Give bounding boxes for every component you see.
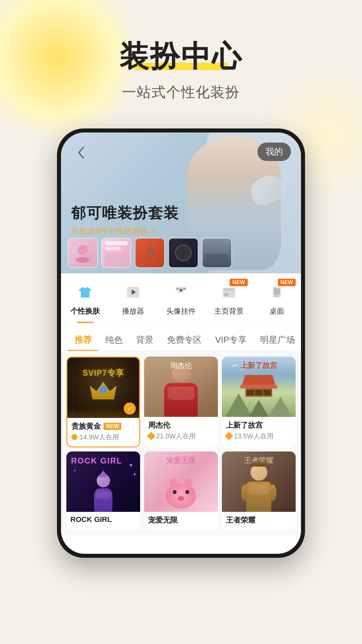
phone-wrapper: 我的 郁可唯装扮套装 共包含5件个性化内容 >	[0, 128, 362, 558]
category-item-home-bg[interactable]: NEW 主页背景	[205, 273, 253, 323]
rock-text: ROCK GIRL	[71, 456, 122, 466]
category-home-bg-label: 主页背景	[214, 306, 244, 316]
category-item-skin[interactable]: 个性换肤	[61, 273, 109, 323]
desktop-new-badge: NEW	[278, 279, 296, 286]
pet-bg: 宠爱无限	[144, 451, 218, 512]
grid-item-palace[interactable]: 上新了故宫 上新了故宫 13.5W人在用	[222, 357, 296, 447]
palace-thumbnail: 上新了故宫	[222, 357, 296, 417]
phone-screen: 我的 郁可唯装扮套装 共包含5件个性化内容 >	[61, 132, 301, 554]
filter-tab-vip[interactable]: VIP专享	[208, 330, 253, 351]
filter-tabs: 推荐 纯色 背景 免费专区 VIP专享 明星广场	[61, 323, 301, 351]
thumb-item-2[interactable]: 🎵	[135, 238, 165, 268]
thumb-item-3[interactable]	[168, 238, 198, 268]
bird-1	[232, 364, 238, 368]
jay-bg: 周杰伦	[144, 357, 218, 417]
palace-label-top: 上新了故宫	[240, 361, 277, 371]
kings-info: 王者荣耀	[222, 512, 296, 530]
category-item-desktop[interactable]: NEW 桌面	[253, 273, 301, 323]
thumb-item-4[interactable]	[202, 238, 232, 268]
header-section: 装扮中心 一站式个性化装扮	[0, 0, 362, 122]
svg-point-7	[180, 289, 182, 291]
pet-name: 宠爱无限	[148, 515, 214, 525]
coin-icon	[71, 434, 77, 440]
jay-thumbnail: 周杰伦	[144, 357, 218, 417]
content-grid: SVIP7专享 ✓	[61, 351, 301, 535]
diamond-icon-palace	[225, 432, 233, 440]
svip7-text: SVIP7专享	[82, 368, 124, 378]
filter-tab-free[interactable]: 免费专区	[160, 330, 208, 351]
filter-tab-recommend[interactable]: 推荐	[68, 330, 99, 351]
rock-info: ROCK GIRL	[66, 512, 140, 529]
pet-info: 宠爱无限	[144, 512, 218, 530]
category-item-player[interactable]: 播放器	[109, 273, 157, 323]
avatar-icon	[170, 281, 192, 303]
phone-content: 我的 郁可唯装扮套装 共包含5件个性化内容 >	[61, 132, 301, 554]
grid-item-kings[interactable]: 王者荣耀	[222, 451, 296, 530]
home-bg-new-badge: NEW	[230, 279, 247, 286]
diamond-icon-jay	[147, 432, 155, 440]
filter-tab-solid[interactable]: 纯色	[99, 330, 129, 351]
svg-rect-10	[224, 293, 228, 296]
jay-label-top: 周杰伦	[170, 361, 192, 371]
category-bar: 个性换肤 播放器	[61, 273, 301, 323]
thumb-pink-bg	[102, 238, 131, 267]
thumb-item-1[interactable]	[101, 238, 131, 268]
filter-tab-star[interactable]: 明星广场	[253, 330, 301, 351]
svg-point-13	[276, 296, 278, 297]
palace-bg: 上新了故宫	[222, 357, 296, 417]
palace-users: 13.5W人在用	[226, 432, 292, 441]
rock-name: ROCK GIRL	[70, 515, 136, 524]
svip7-users: 14.9W人在用	[71, 433, 135, 442]
page-title: 装扮中心	[119, 40, 243, 73]
category-desktop-label: 桌面	[269, 306, 284, 316]
category-skin-label: 个性换肤	[70, 306, 100, 316]
pet-thumbnail: 宠爱无限	[144, 451, 218, 512]
player-icon	[122, 281, 144, 303]
grid-item-rock[interactable]: ROCK GIRL	[66, 451, 140, 530]
svg-rect-12	[274, 288, 280, 295]
pet-label-top: 宠爱无限	[166, 455, 196, 466]
page-subtitle: 一站式个性化装扮	[0, 83, 362, 102]
thumbnail-strip: 🎵	[68, 238, 232, 268]
kings-name: 王者荣耀	[226, 515, 292, 525]
hero-text: 郁可唯装扮套装 共包含5件个性化内容 >	[71, 203, 179, 236]
rock-bg: ROCK GIRL	[66, 451, 140, 512]
svg-rect-9	[223, 288, 235, 291]
hero-subtitle: 共包含5件个性化内容 >	[71, 226, 179, 236]
kings-thumbnail: 王者荣耀	[222, 451, 296, 512]
jay-users: 21.0W人在用	[148, 432, 214, 441]
rock-thumbnail: ROCK GIRL	[66, 451, 140, 512]
svip7-info: 贵族黄金 NEW 14.9W人在用	[67, 418, 139, 446]
grid-item-svip7[interactable]: SVIP7专享 ✓	[66, 357, 140, 447]
filter-tab-bg[interactable]: 背景	[129, 330, 160, 351]
palace-name: 上新了故宫	[226, 420, 292, 430]
svg-point-6	[184, 288, 185, 289]
hero-title: 郁可唯装扮套装	[71, 203, 179, 223]
jay-name: 周杰伦	[148, 420, 214, 430]
grid-item-jay[interactable]: 周杰伦 周杰伦 21.0W人在用	[144, 357, 218, 447]
grid-item-pet[interactable]: 宠爱无限	[144, 451, 218, 530]
jay-info: 周杰伦 21.0W人在用	[144, 417, 218, 445]
crown-icon	[86, 381, 120, 408]
hero-banner: 我的 郁可唯装扮套装 共包含5件个性化内容 >	[61, 132, 301, 273]
kings-bg: 王者荣耀	[222, 451, 296, 512]
back-button[interactable]	[71, 143, 91, 163]
thumb-dark-bg	[169, 238, 198, 267]
palace-info: 上新了故宫 13.5W人在用	[222, 417, 296, 445]
svip7-name: 贵族黄金 NEW	[71, 421, 135, 431]
my-button[interactable]: 我的	[257, 143, 291, 161]
thumb-gray-bg	[202, 238, 231, 267]
category-item-avatar[interactable]: 头像挂件	[157, 273, 205, 323]
category-player-label: 播放器	[122, 306, 144, 316]
svip7-thumbnail: SVIP7专享 ✓	[67, 358, 139, 418]
svip7-new-tag: NEW	[104, 423, 121, 430]
tshirt-icon	[74, 281, 96, 303]
svip7-checked-badge: ✓	[124, 402, 136, 415]
phone-frame: 我的 郁可唯装扮套装 共包含5件个性化内容 >	[57, 128, 305, 558]
svg-point-5	[177, 288, 178, 289]
thumb-dark-circle	[175, 245, 192, 261]
thumb-avatar-icon	[68, 238, 97, 267]
thumb-item-0[interactable]	[68, 238, 98, 268]
category-avatar-label: 头像挂件	[166, 306, 196, 316]
